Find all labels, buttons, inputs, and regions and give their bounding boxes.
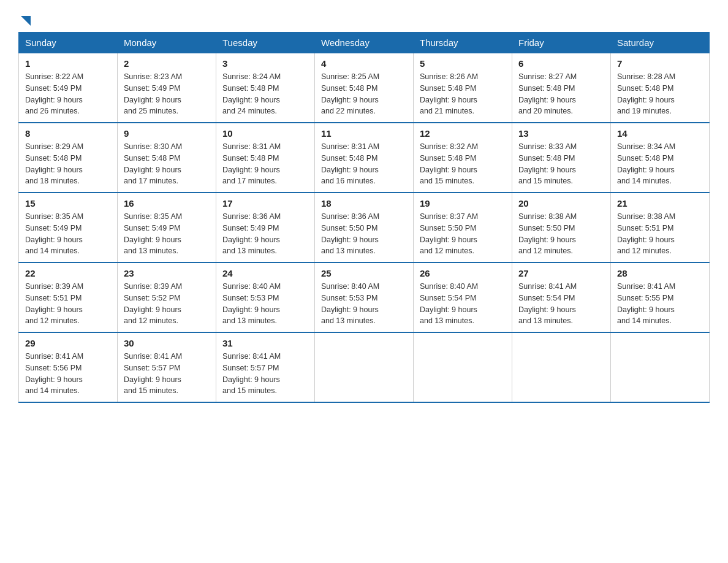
calendar-week-row: 29 Sunrise: 8:41 AM Sunset: 5:56 PM Dayl… [19, 332, 710, 402]
calendar-day-cell: 21 Sunrise: 8:38 AM Sunset: 5:51 PM Dayl… [611, 193, 710, 262]
day-number: 2 [124, 58, 210, 69]
day-info: Sunrise: 8:23 AM Sunset: 5:49 PM Dayligh… [124, 71, 210, 117]
calendar-day-cell [611, 332, 710, 402]
day-info: Sunrise: 8:41 AM Sunset: 5:57 PM Dayligh… [222, 351, 308, 397]
day-of-week-header: Monday [118, 33, 216, 53]
calendar-day-cell: 22 Sunrise: 8:39 AM Sunset: 5:51 PM Dayl… [19, 262, 118, 332]
calendar-day-cell: 14 Sunrise: 8:34 AM Sunset: 5:48 PM Dayl… [611, 123, 710, 193]
calendar-day-cell: 8 Sunrise: 8:29 AM Sunset: 5:48 PM Dayli… [19, 123, 118, 193]
day-of-week-header: Friday [512, 33, 611, 53]
day-number: 8 [25, 128, 111, 139]
calendar-day-cell: 31 Sunrise: 8:41 AM Sunset: 5:57 PM Dayl… [216, 332, 315, 402]
calendar-day-cell: 16 Sunrise: 8:35 AM Sunset: 5:49 PM Dayl… [118, 193, 216, 262]
day-of-week-header: Thursday [414, 33, 512, 53]
day-number: 9 [124, 128, 210, 139]
day-number: 13 [518, 128, 604, 139]
calendar-week-row: 8 Sunrise: 8:29 AM Sunset: 5:48 PM Dayli… [19, 123, 710, 193]
day-info: Sunrise: 8:24 AM Sunset: 5:48 PM Dayligh… [222, 71, 308, 117]
day-info: Sunrise: 8:36 AM Sunset: 5:49 PM Dayligh… [222, 211, 308, 257]
calendar-day-cell: 15 Sunrise: 8:35 AM Sunset: 5:49 PM Dayl… [19, 193, 118, 262]
day-number: 18 [321, 198, 407, 209]
day-info: Sunrise: 8:32 AM Sunset: 5:48 PM Dayligh… [420, 141, 506, 187]
day-number: 7 [617, 58, 703, 69]
calendar-week-row: 1 Sunrise: 8:22 AM Sunset: 5:49 PM Dayli… [19, 53, 710, 123]
calendar-day-cell: 24 Sunrise: 8:40 AM Sunset: 5:53 PM Dayl… [216, 262, 315, 332]
day-number: 21 [617, 198, 703, 209]
calendar-day-cell: 19 Sunrise: 8:37 AM Sunset: 5:50 PM Dayl… [414, 193, 512, 262]
day-info: Sunrise: 8:33 AM Sunset: 5:48 PM Dayligh… [518, 141, 604, 187]
day-info: Sunrise: 8:31 AM Sunset: 5:48 PM Dayligh… [321, 141, 407, 187]
calendar-day-cell: 1 Sunrise: 8:22 AM Sunset: 5:49 PM Dayli… [19, 53, 118, 123]
svg-marker-0 [21, 16, 31, 26]
day-number: 1 [25, 58, 111, 69]
day-number: 19 [420, 198, 506, 209]
day-info: Sunrise: 8:41 AM Sunset: 5:57 PM Dayligh… [124, 351, 210, 397]
day-number: 16 [124, 198, 210, 209]
day-info: Sunrise: 8:28 AM Sunset: 5:48 PM Dayligh… [617, 71, 703, 117]
day-number: 17 [222, 198, 308, 209]
calendar-week-row: 15 Sunrise: 8:35 AM Sunset: 5:49 PM Dayl… [19, 193, 710, 262]
day-number: 6 [518, 58, 604, 69]
day-info: Sunrise: 8:41 AM Sunset: 5:54 PM Dayligh… [518, 281, 604, 327]
day-number: 24 [222, 268, 308, 278]
calendar-day-cell [315, 332, 414, 402]
day-info: Sunrise: 8:40 AM Sunset: 5:53 PM Dayligh… [321, 281, 407, 327]
day-number: 15 [25, 198, 111, 209]
calendar-day-cell: 11 Sunrise: 8:31 AM Sunset: 5:48 PM Dayl… [315, 123, 414, 193]
day-number: 30 [124, 338, 210, 348]
day-info: Sunrise: 8:34 AM Sunset: 5:48 PM Dayligh… [617, 141, 703, 187]
calendar-day-cell: 4 Sunrise: 8:25 AM Sunset: 5:48 PM Dayli… [315, 53, 414, 123]
day-info: Sunrise: 8:35 AM Sunset: 5:49 PM Dayligh… [124, 211, 210, 257]
calendar-day-cell: 18 Sunrise: 8:36 AM Sunset: 5:50 PM Dayl… [315, 193, 414, 262]
day-number: 23 [124, 268, 210, 278]
calendar-day-cell: 9 Sunrise: 8:30 AM Sunset: 5:48 PM Dayli… [118, 123, 216, 193]
day-info: Sunrise: 8:40 AM Sunset: 5:53 PM Dayligh… [222, 281, 308, 327]
day-info: Sunrise: 8:27 AM Sunset: 5:48 PM Dayligh… [518, 71, 604, 117]
day-number: 3 [222, 58, 308, 69]
day-number: 14 [617, 128, 703, 139]
calendar-week-row: 22 Sunrise: 8:39 AM Sunset: 5:51 PM Dayl… [19, 262, 710, 332]
day-number: 5 [420, 58, 506, 69]
page-header [18, 12, 710, 26]
day-of-week-header: Sunday [19, 33, 118, 53]
day-info: Sunrise: 8:35 AM Sunset: 5:49 PM Dayligh… [25, 211, 111, 257]
day-info: Sunrise: 8:38 AM Sunset: 5:51 PM Dayligh… [617, 211, 703, 257]
calendar-day-cell: 6 Sunrise: 8:27 AM Sunset: 5:48 PM Dayli… [512, 53, 611, 123]
day-info: Sunrise: 8:38 AM Sunset: 5:50 PM Dayligh… [518, 211, 604, 257]
day-number: 22 [25, 268, 111, 278]
calendar-day-cell: 30 Sunrise: 8:41 AM Sunset: 5:57 PM Dayl… [118, 332, 216, 402]
calendar-table: SundayMondayTuesdayWednesdayThursdayFrid… [18, 32, 710, 403]
day-info: Sunrise: 8:30 AM Sunset: 5:48 PM Dayligh… [124, 141, 210, 187]
day-of-week-header: Wednesday [315, 33, 414, 53]
day-of-week-header: Tuesday [216, 33, 315, 53]
day-number: 12 [420, 128, 506, 139]
day-number: 25 [321, 268, 407, 278]
day-number: 10 [222, 128, 308, 139]
calendar-day-cell: 29 Sunrise: 8:41 AM Sunset: 5:56 PM Dayl… [19, 332, 118, 402]
day-info: Sunrise: 8:41 AM Sunset: 5:56 PM Dayligh… [25, 351, 111, 397]
day-info: Sunrise: 8:26 AM Sunset: 5:48 PM Dayligh… [420, 71, 506, 117]
calendar-day-cell: 3 Sunrise: 8:24 AM Sunset: 5:48 PM Dayli… [216, 53, 315, 123]
calendar-header-row: SundayMondayTuesdayWednesdayThursdayFrid… [19, 33, 710, 53]
logo-triangle-icon [18, 13, 32, 27]
calendar-day-cell: 7 Sunrise: 8:28 AM Sunset: 5:48 PM Dayli… [611, 53, 710, 123]
calendar-day-cell: 10 Sunrise: 8:31 AM Sunset: 5:48 PM Dayl… [216, 123, 315, 193]
day-number: 11 [321, 128, 407, 139]
calendar-day-cell: 26 Sunrise: 8:40 AM Sunset: 5:54 PM Dayl… [414, 262, 512, 332]
day-number: 28 [617, 268, 703, 278]
calendar-day-cell [414, 332, 512, 402]
day-number: 26 [420, 268, 506, 278]
calendar-day-cell: 25 Sunrise: 8:40 AM Sunset: 5:53 PM Dayl… [315, 262, 414, 332]
day-info: Sunrise: 8:39 AM Sunset: 5:52 PM Dayligh… [124, 281, 210, 327]
calendar-day-cell: 12 Sunrise: 8:32 AM Sunset: 5:48 PM Dayl… [414, 123, 512, 193]
calendar-day-cell: 2 Sunrise: 8:23 AM Sunset: 5:49 PM Dayli… [118, 53, 216, 123]
calendar-day-cell: 23 Sunrise: 8:39 AM Sunset: 5:52 PM Dayl… [118, 262, 216, 332]
day-number: 31 [222, 338, 308, 348]
day-info: Sunrise: 8:39 AM Sunset: 5:51 PM Dayligh… [25, 281, 111, 327]
calendar-day-cell: 20 Sunrise: 8:38 AM Sunset: 5:50 PM Dayl… [512, 193, 611, 262]
day-info: Sunrise: 8:36 AM Sunset: 5:50 PM Dayligh… [321, 211, 407, 257]
day-number: 27 [518, 268, 604, 278]
calendar-day-cell [512, 332, 611, 402]
calendar-day-cell: 5 Sunrise: 8:26 AM Sunset: 5:48 PM Dayli… [414, 53, 512, 123]
day-info: Sunrise: 8:22 AM Sunset: 5:49 PM Dayligh… [25, 71, 111, 117]
